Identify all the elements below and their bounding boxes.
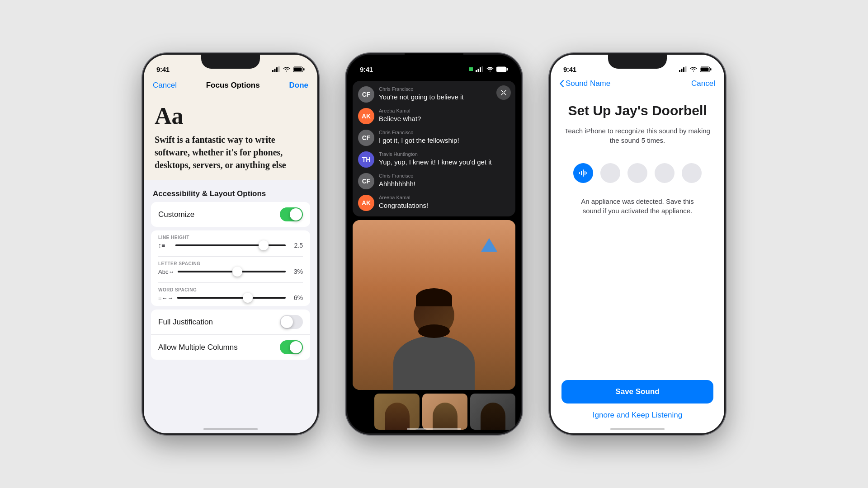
chat-text-5: Chris Francisco Ahhhhhhhh! <box>379 173 415 188</box>
notch-1 <box>201 53 260 69</box>
dot-3 <box>627 163 647 183</box>
letter-spacing-row: Abc↔ 3% <box>158 268 303 275</box>
phone3-bottom: Save Sound Ignore and Keep Listening <box>551 371 724 433</box>
thumbnail-row <box>347 390 521 433</box>
line-height-row: ↕≡ 2.5 <box>158 242 303 249</box>
phone-1: 9:41 <box>142 53 319 435</box>
letter-spacing-value: 3% <box>289 268 303 275</box>
phone3-screen: 9:41 <box>551 55 724 433</box>
sound-wave-icon <box>578 168 589 178</box>
message-2: Believe what? <box>379 114 421 123</box>
battery-icon <box>293 66 305 72</box>
home-indicator-3 <box>610 428 665 430</box>
message-1: You're not going to believe it <box>379 93 463 102</box>
svg-rect-16 <box>683 67 684 72</box>
signal-icon <box>272 66 280 72</box>
expand-button[interactable] <box>496 85 511 100</box>
status-icons-3 <box>679 66 712 72</box>
video-person <box>393 295 475 390</box>
phone1-nav: Cancel Focus Options Done <box>144 77 317 95</box>
word-spacing-icon: ≡←→ <box>158 295 174 301</box>
setup-title: Set Up Jay's Doorbell <box>564 103 711 119</box>
word-spacing-value: 6% <box>289 294 303 301</box>
sender-3: Chris Francisco <box>379 130 459 135</box>
customize-label: Customize <box>158 210 194 219</box>
section-header: Accessibility & Layout Options <box>144 180 317 202</box>
chat-text-1: Chris Francisco You're not going to beli… <box>379 86 463 102</box>
word-spacing-track[interactable] <box>177 297 286 299</box>
letter-spacing-label: LETTER SPACING <box>158 261 303 266</box>
svg-rect-12 <box>507 68 508 70</box>
notch-2 <box>405 53 463 69</box>
allow-multiple-columns-label: Allow Multiple Columns <box>158 343 238 352</box>
full-justification-toggle[interactable] <box>280 315 303 329</box>
thumbnail-2 <box>422 394 467 430</box>
allow-multiple-columns-toggle[interactable] <box>280 340 303 354</box>
cancel-button[interactable]: Cancel <box>153 81 177 90</box>
chat-message-6: AK Areeba Kamal Congratulations! <box>358 195 510 211</box>
dot-1 <box>573 163 593 183</box>
svg-rect-2 <box>276 67 278 72</box>
detection-text: An appliance was detected. Save this sou… <box>564 197 711 216</box>
svg-rect-20 <box>701 67 709 71</box>
avatar-ak-1: AK <box>358 108 374 124</box>
svg-rect-15 <box>681 69 683 72</box>
avatar-cf-2: CF <box>358 130 374 146</box>
dot-5 <box>682 163 702 183</box>
wifi-icon-3 <box>690 66 697 72</box>
sender-5: Chris Francisco <box>379 173 415 178</box>
chat-message-3: CF Chris Francisco I got it, I got the f… <box>358 130 510 146</box>
status-icons-2 <box>469 66 508 72</box>
wifi-icon <box>283 66 290 72</box>
avatar-cf-1: CF <box>358 86 374 103</box>
battery-icon-3 <box>700 66 712 72</box>
justification-card: Full Justification Allow Multiple Column… <box>151 310 310 360</box>
person-head <box>414 295 454 336</box>
cancel-button-3[interactable]: Cancel <box>691 79 715 88</box>
chat-text-2: Areeba Kamal Believe what? <box>379 108 421 123</box>
svg-rect-17 <box>685 66 687 72</box>
chat-message-1: CF Chris Francisco You're not going to b… <box>358 86 510 103</box>
dot-2 <box>600 163 620 183</box>
setup-subtitle: Teach iPhone to recognize this sound by … <box>564 126 711 145</box>
letter-spacing-track[interactable] <box>178 271 286 272</box>
svg-rect-5 <box>303 68 305 70</box>
back-button[interactable]: Sound Name <box>560 79 610 88</box>
back-label: Sound Name <box>566 79 610 88</box>
word-spacing-label: WORD SPACING <box>158 287 303 292</box>
home-indicator-2 <box>407 428 461 430</box>
line-height-icon: ↕≡ <box>158 242 172 249</box>
svg-rect-24 <box>585 171 585 175</box>
thumbnail-3 <box>470 394 515 430</box>
options-section: Accessibility & Layout Options Customize… <box>144 180 317 433</box>
done-button[interactable]: Done <box>289 81 308 90</box>
word-spacing-row: ≡←→ 6% <box>158 294 303 301</box>
sender-6: Areeba Kamal <box>379 195 428 200</box>
back-chevron-icon <box>560 80 564 87</box>
chat-text-6: Areeba Kamal Congratulations! <box>379 195 428 210</box>
line-height-track[interactable] <box>175 244 286 246</box>
ignore-button[interactable]: Ignore and Keep Listening <box>561 411 713 420</box>
signal-icon-2 <box>476 66 484 72</box>
line-height-label: LINE HEIGHT <box>158 235 303 240</box>
customize-toggle[interactable] <box>280 207 303 221</box>
message-3: I got it, I got the fellowship! <box>379 136 459 145</box>
svg-rect-22 <box>581 171 582 175</box>
svg-rect-8 <box>478 69 479 72</box>
expand-icon <box>500 89 507 96</box>
dot-4 <box>655 163 675 183</box>
svg-rect-1 <box>274 69 276 72</box>
phone3-main: Set Up Jay's Doorbell Teach iPhone to re… <box>551 94 724 371</box>
svg-rect-23 <box>583 169 584 177</box>
main-video <box>353 220 515 390</box>
home-indicator-1 <box>203 428 258 430</box>
phone-2: 9:41 <box>346 53 522 435</box>
letter-spacing-icon: Abc↔ <box>158 268 174 275</box>
customize-row: Customize <box>151 202 310 227</box>
status-icons-1 <box>272 66 305 72</box>
sender-1: Chris Francisco <box>379 86 463 92</box>
svg-rect-7 <box>476 70 477 72</box>
status-time-1: 9:41 <box>156 66 170 73</box>
save-sound-button[interactable]: Save Sound <box>561 380 713 404</box>
avatar-ak-2: AK <box>358 195 374 211</box>
